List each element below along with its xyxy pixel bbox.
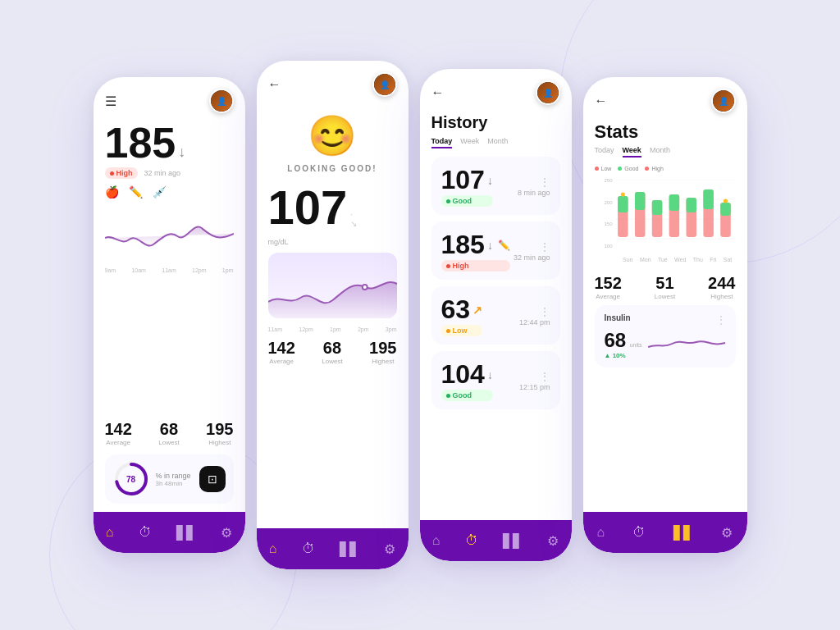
- stats-tab-month[interactable]: Month: [650, 146, 670, 158]
- edit-icon[interactable]: ✏️: [129, 185, 143, 199]
- avatar-image-4: 👤: [713, 90, 734, 112]
- looking-good-label: LOOKING GOOD!: [268, 164, 397, 173]
- reading-2-container: 107 · ↘: [268, 180, 397, 235]
- phone-history: ← 👤 History Today Week Month 107 ↓: [420, 69, 572, 561]
- back-arrow[interactable]: ←: [268, 77, 281, 92]
- insulin-sparkline: [648, 331, 725, 358]
- progress-info: % in range 3h 48min: [156, 472, 199, 487]
- card-2-menu[interactable]: ⋮: [519, 305, 550, 318]
- nav4-stats[interactable]: ▋▋: [673, 525, 693, 541]
- history-card-3: 104 ↓ Good ⋮ 12:15 pm: [431, 351, 560, 409]
- avatar-4[interactable]: 👤: [711, 89, 736, 113]
- stat4-lowest: 51 Lowest: [655, 274, 675, 300]
- action-icons-row: 🍎 ✏️ 💉: [105, 185, 234, 199]
- svg-rect-13: [651, 200, 662, 215]
- nav2-stats[interactable]: ▋▋: [340, 541, 359, 557]
- chart-labels-2: 11am 12pm 1pm 2pm 3pm: [268, 326, 397, 332]
- svg-rect-21: [720, 203, 731, 216]
- card-2-left: 63 ↗ Low: [441, 294, 483, 336]
- nav4-history[interactable]: ⏱: [632, 525, 646, 540]
- insulin-value: 68: [605, 329, 627, 351]
- tab-today[interactable]: Today: [431, 137, 453, 148]
- bar-chart-container: 250 200 150 100: [595, 176, 736, 257]
- card-0-right: ⋮ 8 min ago: [518, 176, 550, 197]
- card-0-menu[interactable]: ⋮: [518, 176, 550, 189]
- stat-average: 142 Average: [105, 420, 132, 446]
- svg-point-3: [363, 285, 366, 289]
- day-labels: Sun Mon Tue Wed Thu Fri Sat: [595, 257, 736, 262]
- avatar-2[interactable]: 👤: [372, 72, 397, 97]
- trend-arrow: ↓: [178, 144, 185, 159]
- card-3-right: ⋮ 12:15 pm: [519, 370, 550, 391]
- nav-history[interactable]: ⏱: [139, 525, 152, 540]
- stat2-lowest: 68 Lowest: [322, 339, 342, 365]
- insulin-icon[interactable]: 💉: [153, 185, 167, 199]
- chart-time-labels: 9am 10am 11am 12pm 1pm: [105, 267, 234, 273]
- stats-title: Stats: [595, 121, 736, 143]
- avatar[interactable]: 👤: [209, 89, 234, 113]
- unit-label: mg/dL: [268, 238, 397, 246]
- nav3-settings[interactable]: ⚙: [547, 533, 559, 549]
- avatar-3[interactable]: 👤: [536, 80, 560, 105]
- card-1-menu[interactable]: ⋮: [514, 240, 550, 253]
- stat2-average: 142 Average: [268, 339, 295, 365]
- card-0-left: 107 ↓ Good: [441, 165, 493, 207]
- card-1-right: ⋮ 32 min ago: [514, 240, 550, 262]
- nav3-history[interactable]: ⏱: [465, 533, 478, 548]
- card-3-time: 12:15 pm: [519, 383, 550, 391]
- scan-button[interactable]: ⊡: [199, 466, 226, 492]
- bottom-nav-4: ⌂ ⏱ ▋▋ ⚙: [583, 512, 747, 553]
- bottom-nav-3: ⌂ ⏱ ▋▋ ⚙: [420, 520, 572, 561]
- y-axis: 250 200 150 100: [595, 176, 613, 250]
- avatar-image-3: 👤: [537, 82, 559, 103]
- nav2-settings[interactable]: ⚙: [384, 541, 395, 557]
- menu-icon[interactable]: ☰: [105, 94, 116, 109]
- card-3-value: 104 ↓: [441, 359, 493, 390]
- history-tabs: Today Week Month: [431, 137, 560, 148]
- nav4-home[interactable]: ⌂: [597, 525, 605, 540]
- nav-settings[interactable]: ⚙: [221, 525, 232, 541]
- insulin-menu[interactable]: ⋮: [716, 314, 726, 326]
- svg-point-22: [620, 193, 624, 197]
- tab-month[interactable]: Month: [487, 137, 508, 148]
- nav3-stats[interactable]: ▋▋: [503, 533, 523, 549]
- back-arrow-4[interactable]: ←: [595, 94, 608, 108]
- nav4-settings[interactable]: ⚙: [721, 525, 733, 541]
- nav-home[interactable]: ⌂: [106, 525, 114, 540]
- food-icon[interactable]: 🍎: [105, 185, 119, 199]
- avatar-image: 👤: [211, 90, 232, 112]
- tab-week[interactable]: Week: [460, 137, 479, 148]
- reading-value: 185: [105, 121, 176, 164]
- nav2-home[interactable]: ⌂: [269, 541, 277, 556]
- svg-rect-17: [686, 198, 696, 212]
- stats-tabs: Today Week Month: [595, 146, 736, 158]
- nav2-history[interactable]: ⏱: [302, 541, 315, 556]
- stats-tab-today[interactable]: Today: [595, 146, 614, 158]
- history-title: History: [431, 113, 560, 132]
- history-card-2: 63 ↗ Low ⋮ 12:44 pm: [431, 286, 560, 345]
- nav3-home[interactable]: ⌂: [432, 533, 441, 548]
- card-3-menu[interactable]: ⋮: [519, 370, 550, 383]
- card-3-status: Good: [441, 390, 493, 401]
- legend-low: Low: [595, 166, 612, 171]
- reading-2-value: 107: [268, 180, 348, 235]
- insulin-data-row: 68 units ▲ 10%: [605, 329, 726, 359]
- history-card-1: 185 ↓ ✏️ High ⋮ 32 min ago: [431, 221, 560, 280]
- progress-label: % in range: [156, 472, 199, 480]
- stat-lowest: 68 Lowest: [158, 420, 179, 446]
- progress-time: 3h 48min: [156, 480, 199, 487]
- status-row: High 32 min ago: [105, 167, 234, 179]
- glucose-chart: 9am 10am 11am 12pm 1pm: [105, 205, 234, 413]
- nav-stats[interactable]: ▋▋: [176, 525, 196, 541]
- card-1-icon[interactable]: ✏️: [498, 240, 510, 251]
- chart-legend: Low Good High: [595, 166, 736, 171]
- legend-high: High: [645, 166, 663, 171]
- svg-rect-15: [669, 194, 679, 211]
- card-0-value: 107 ↓: [441, 165, 493, 195]
- stats-tab-week[interactable]: Week: [623, 146, 641, 158]
- mood-emoji: 😊: [268, 113, 397, 159]
- back-arrow-3[interactable]: ←: [431, 85, 445, 100]
- status-dot: [110, 171, 114, 176]
- stat2-highest: 195 Highest: [369, 339, 396, 365]
- ring-text: 78: [126, 475, 135, 484]
